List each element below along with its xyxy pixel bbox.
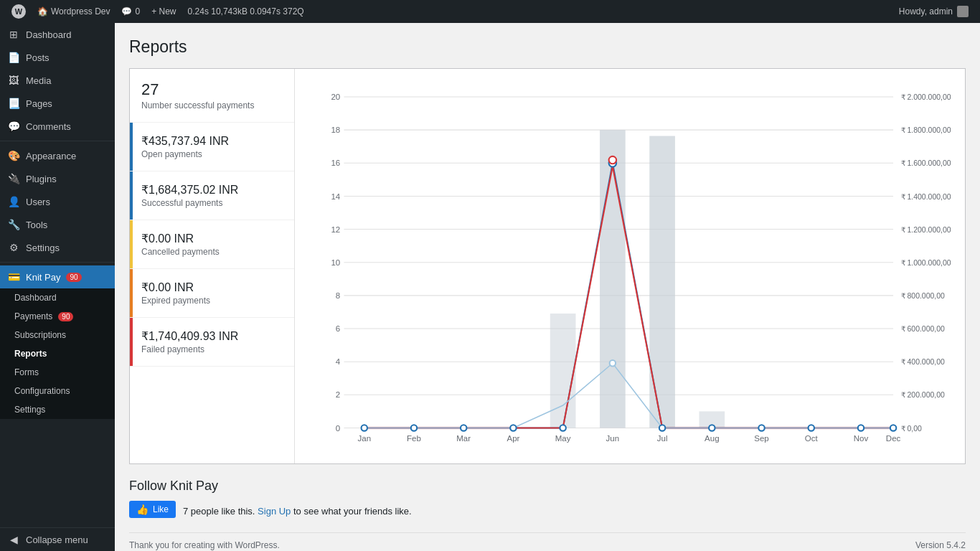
svg-text:₹ 800.000,00: ₹ 800.000,00 xyxy=(901,292,945,300)
stats-panel: 27 Number successful payments ₹435,737.9… xyxy=(130,69,295,463)
svg-text:₹ 200.000,00: ₹ 200.000,00 xyxy=(901,392,945,400)
svg-text:₹ 1.000.000,00: ₹ 1.000.000,00 xyxy=(901,259,951,267)
svg-text:10: 10 xyxy=(331,258,340,267)
svg-text:4: 4 xyxy=(336,357,341,366)
fb-like-row: 👍 Like 7 people like this. Sign Up to se… xyxy=(129,501,966,518)
sub-label-forms: Forms xyxy=(14,367,39,377)
stat-label-successful: Successful payments xyxy=(141,198,283,208)
sub-item-settings[interactable]: Settings xyxy=(0,400,115,419)
site-name-item[interactable]: 🏠 Wordpress Dev xyxy=(32,0,116,23)
sub-item-payments[interactable]: Payments 90 xyxy=(0,307,115,326)
sidebar-label-knitpay: Knit Pay xyxy=(26,272,60,283)
svg-text:Apr: Apr xyxy=(507,434,519,443)
sidebar-item-posts[interactable]: 📄 Posts xyxy=(0,46,115,69)
sidebar-label-settings: Settings xyxy=(26,242,60,253)
point-dec-blue xyxy=(890,425,896,430)
sidebar-item-settings[interactable]: ⚙ Settings xyxy=(0,236,115,259)
knitpay-badge: 90 xyxy=(66,273,81,282)
svg-text:Nov: Nov xyxy=(854,434,869,443)
home-icon: 🏠 xyxy=(37,6,48,17)
svg-text:May: May xyxy=(555,434,571,443)
chart-svg: 20 18 16 14 12 10 8 6 4 2 0 ₹ 2.000.000,… xyxy=(306,80,953,452)
svg-text:0: 0 xyxy=(336,424,340,433)
sub-item-reports[interactable]: Reports xyxy=(0,344,115,363)
comment-count: 0 xyxy=(135,6,140,17)
svg-text:₹ 1.600.000,00: ₹ 1.600.000,00 xyxy=(901,159,951,167)
site-name: Wordpress Dev xyxy=(51,6,110,17)
media-icon: 🖼 xyxy=(7,75,20,86)
wp-logo: W xyxy=(11,4,26,19)
payments-badge: 90 xyxy=(58,312,73,321)
sub-item-subscriptions[interactable]: Subscriptions xyxy=(0,326,115,344)
sidebar-label-posts: Posts xyxy=(26,52,50,63)
new-item[interactable]: + New xyxy=(146,0,182,23)
point-mar-blue xyxy=(461,425,466,430)
fb-suffix: to see what your friends like. xyxy=(293,506,412,517)
content-area: Reports 27 Number successful payments ₹4… xyxy=(115,23,980,551)
stat-label-expired: Expired payments xyxy=(141,296,283,306)
svg-text:14: 14 xyxy=(331,192,340,201)
stat-bar-cancelled xyxy=(130,220,133,268)
point-aug-blue xyxy=(709,425,715,430)
sub-item-configurations[interactable]: Configurations xyxy=(0,382,115,400)
fb-count-text: 7 people like this. xyxy=(183,506,255,517)
sidebar-item-pages[interactable]: 📃 Pages xyxy=(0,92,115,115)
sub-label-settings: Settings xyxy=(14,405,45,415)
fb-signup-link[interactable]: Sign Up xyxy=(258,506,291,517)
settings-icon: ⚙ xyxy=(7,242,20,253)
stat-label-failed: Failed payments xyxy=(141,344,283,354)
svg-text:16: 16 xyxy=(331,159,340,167)
admin-bar-right: Howdy, admin xyxy=(893,6,974,17)
avatar xyxy=(957,6,969,17)
svg-text:Dec: Dec xyxy=(886,434,901,443)
sidebar-divider-2 xyxy=(0,262,115,263)
follow-title: Follow Knit Pay xyxy=(129,479,966,494)
svg-text:₹ 2.000.000,00: ₹ 2.000.000,00 xyxy=(901,93,951,101)
reports-container: 27 Number successful payments ₹435,737.9… xyxy=(129,68,966,464)
sidebar-label-appearance: Appearance xyxy=(26,151,76,161)
comment-icon: 💬 xyxy=(121,6,132,17)
sidebar-item-users[interactable]: 👤 Users xyxy=(0,190,115,213)
perf-stats: 0.24s 10,743kB 0.0947s 372Q xyxy=(182,0,310,23)
sidebar-item-comments[interactable]: 💬 Comments xyxy=(0,115,115,138)
collapse-menu[interactable]: ◀ Collapse menu xyxy=(0,527,115,551)
sidebar-item-dashboard[interactable]: ⊞ Dashboard xyxy=(0,23,115,46)
sub-item-dashboard[interactable]: Dashboard xyxy=(0,288,115,307)
point-feb-blue xyxy=(411,425,417,430)
sidebar-item-plugins[interactable]: 🔌 Plugins xyxy=(0,167,115,190)
stat-item-failed: ₹1,740,409.93 INR Failed payments xyxy=(130,318,294,367)
fb-like-button[interactable]: 👍 Like xyxy=(129,501,176,518)
sidebar-item-tools[interactable]: 🔧 Tools xyxy=(0,213,115,236)
svg-text:₹ 1.800.000,00: ₹ 1.800.000,00 xyxy=(901,126,951,134)
svg-text:20: 20 xyxy=(331,93,340,101)
howdy-item[interactable]: Howdy, admin xyxy=(893,6,974,17)
admin-bar-left: W 🏠 Wordpress Dev 💬 0 + New 0.24s 10,743… xyxy=(6,0,893,23)
main-layout: ⊞ Dashboard 📄 Posts 🖼 Media 📃 Pages 💬 Co… xyxy=(0,23,980,551)
comments-item[interactable]: 💬 0 xyxy=(116,0,146,23)
stat-label-cancelled: Cancelled payments xyxy=(141,247,283,257)
sidebar-item-media[interactable]: 🖼 Media xyxy=(0,69,115,92)
stat-value-open: ₹435,737.94 INR xyxy=(141,134,283,148)
sub-item-forms[interactable]: Forms xyxy=(0,363,115,382)
point-may-blue xyxy=(560,425,565,430)
svg-text:Oct: Oct xyxy=(805,434,819,443)
stat-value-cancelled: ₹0.00 INR xyxy=(141,232,283,245)
sidebar-item-appearance[interactable]: 🎨 Appearance xyxy=(0,144,115,167)
sidebar-item-knitpay[interactable]: 💳 Knit Pay 90 xyxy=(0,265,115,288)
thumbs-up-icon: 👍 xyxy=(136,504,149,515)
stat-label-open: Open payments xyxy=(141,149,283,159)
howdy-text: Howdy, admin xyxy=(899,6,953,17)
open-line xyxy=(364,363,893,428)
collapse-label: Collapse menu xyxy=(26,534,88,545)
wp-logo-item[interactable]: W xyxy=(6,0,32,23)
stat-bar-expired xyxy=(130,269,133,317)
users-icon: 👤 xyxy=(7,196,20,207)
pages-icon: 📃 xyxy=(7,98,20,109)
stat-item-cancelled: ₹0.00 INR Cancelled payments xyxy=(130,220,294,269)
stat-label-count: Number successful payments xyxy=(141,100,283,110)
sidebar-divider-1 xyxy=(0,141,115,141)
sidebar-label-users: Users xyxy=(26,197,50,207)
sidebar-label-media: Media xyxy=(26,75,51,86)
stat-value-successful: ₹1,684,375.02 INR xyxy=(141,183,283,197)
page-title: Reports xyxy=(129,37,966,57)
